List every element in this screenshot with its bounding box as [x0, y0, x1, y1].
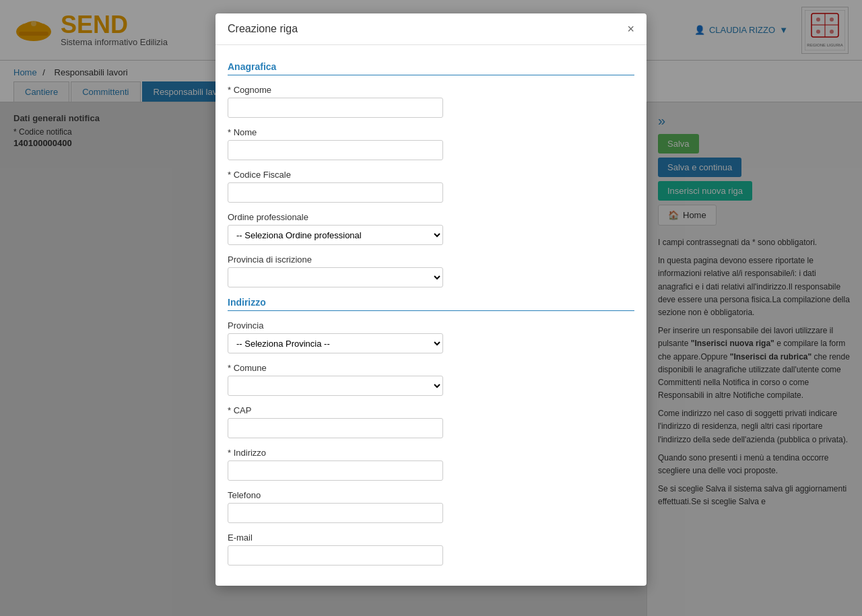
email-label: E-mail — [228, 533, 634, 543]
modal-dialog: Creazione riga × Anagrafica * Cognome * … — [216, 13, 646, 586]
codice-fiscale-group: * Codice Fiscale — [228, 170, 634, 203]
provincia-iscrizione-label: Provincia di iscrizione — [228, 254, 634, 265]
cognome-label: * Cognome — [228, 85, 634, 95]
telefono-input[interactable] — [228, 503, 443, 523]
codice-fiscale-label: * Codice Fiscale — [228, 170, 634, 180]
codice-fiscale-input[interactable] — [228, 182, 443, 203]
cognome-group: * Cognome — [228, 85, 634, 118]
provincia-label: Provincia — [228, 320, 634, 331]
ordine-professionale-label: Ordine professionale — [228, 212, 634, 222]
ordine-professionale-select[interactable]: -- Seleziona Ordine professional — [228, 225, 443, 245]
modal-overlay: Creazione riga × Anagrafica * Cognome * … — [0, 0, 862, 616]
email-input[interactable] — [228, 545, 443, 566]
anagrafica-section-title: Anagrafica — [228, 61, 634, 75]
comune-label: * Comune — [228, 363, 634, 373]
indirizzo-section-title: Indirizzo — [228, 297, 634, 311]
provincia-iscrizione-group: Provincia di iscrizione — [228, 254, 634, 287]
email-group: E-mail — [228, 533, 634, 566]
modal-header: Creazione riga × — [216, 13, 646, 45]
modal-close-button[interactable]: × — [627, 23, 634, 35]
modal-title: Creazione riga — [228, 23, 298, 35]
telefono-group: Telefono — [228, 490, 634, 523]
cap-input[interactable] — [228, 418, 443, 438]
nome-input[interactable] — [228, 140, 443, 160]
telefono-label: Telefono — [228, 490, 634, 500]
cognome-input[interactable] — [228, 98, 443, 118]
nome-group: * Nome — [228, 127, 634, 160]
provincia-group: Provincia -- Seleziona Provincia -- — [228, 320, 634, 353]
comune-select[interactable] — [228, 376, 443, 396]
indirizzo-label: * Indirizzo — [228, 448, 634, 458]
provincia-select[interactable]: -- Seleziona Provincia -- — [228, 333, 443, 353]
nome-label: * Nome — [228, 127, 634, 137]
provincia-iscrizione-select[interactable] — [228, 267, 443, 287]
indirizzo-group: * Indirizzo — [228, 448, 634, 481]
ordine-professionale-group: Ordine professionale -- Seleziona Ordine… — [228, 212, 634, 245]
indirizzo-input[interactable] — [228, 460, 443, 481]
comune-group: * Comune — [228, 363, 634, 396]
modal-body: Anagrafica * Cognome * Nome * Codice Fis… — [216, 45, 646, 586]
cap-group: * CAP — [228, 405, 634, 438]
cap-label: * CAP — [228, 405, 634, 415]
